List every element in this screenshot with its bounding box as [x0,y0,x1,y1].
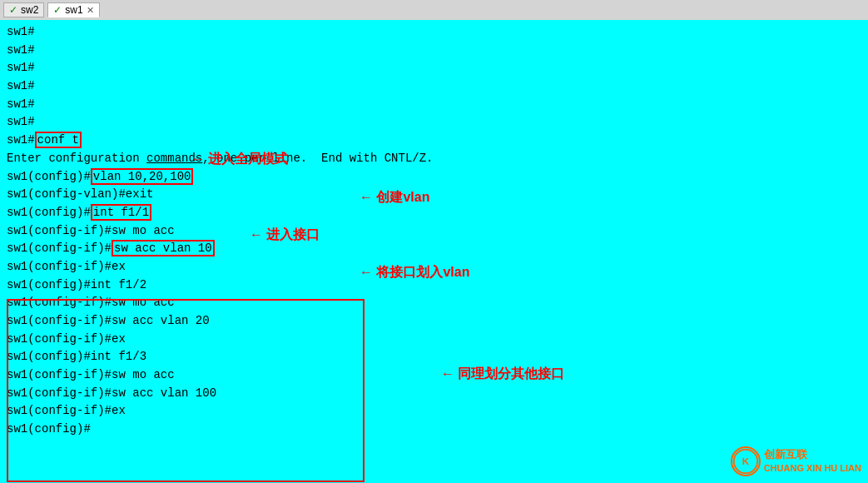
annotation-other-ports: ← 同理划分其他接口 [441,366,564,383]
tab-sw2[interactable]: ✓ sw2 [3,2,44,17]
close-icon-sw1[interactable]: ✕ [87,5,94,16]
line-23: sw1(config)# [7,421,861,439]
line-18: sw1(config-if)#ex [7,331,861,349]
tab-sw1[interactable]: ✓ sw1 ✕ [47,2,99,17]
annotation-assign-vlan: ← 将接口划入vlan [360,264,469,281]
watermark-text: 创新互联 CHUANG XIN HU LIAN [764,448,861,474]
line-12: sw1(config-if)#sw mo acc [7,222,861,241]
tab-sw1-label: sw1 [65,4,82,16]
line-5: sw1# [7,96,861,114]
annotation-global-mode: ← 进入全局模式 [191,151,288,168]
line-13: sw1(config-if)#sw acc vlan 10 [7,240,861,258]
annotation-enter-interface-text: ← 进入接口 [250,227,320,244]
line-22: sw1(config-if)#ex [7,402,861,421]
line-7: sw1#conf t [7,132,861,150]
annotation-create-vlan-text: ← 创建vlan [360,189,429,207]
line-4: sw1# [7,77,861,96]
check-icon-sw2: ✓ [9,4,17,16]
annotation-other-ports-text: ← 同理划分其他接口 [441,366,564,383]
line-6: sw1# [7,113,861,132]
line-17: sw1(config-if)#sw acc vlan 20 [7,312,861,331]
line-2: sw1# [7,42,861,60]
vlan-highlight: vlan 10,20,100 [91,168,194,185]
line-16: sw1(config-if)#sw mo acc [7,294,861,312]
line-1: sw1# [7,23,861,42]
tab-sw2-label: sw2 [21,4,38,16]
svg-text:K: K [742,456,749,466]
line-11: sw1(config)#int f1/1 [7,204,861,222]
sw-acc-vlan10-highlight: sw acc vlan 10 [112,240,215,256]
int-f1-highlight: int f1/1 [91,204,151,221]
line-21: sw1(config-if)#sw acc vlan 100 [7,385,861,403]
conf-t-highlight: conf t [35,132,82,148]
watermark: K 创新互联 CHUANG XIN HU LIAN [731,446,861,476]
terminal: sw1# sw1# sw1# sw1# sw1# sw1# sw1#conf t… [0,20,868,483]
line-8: Enter configuration commands, one per li… [7,150,861,168]
annotation-create-vlan: ← 创建vlan [360,189,429,207]
annotation-enter-interface: ← 进入接口 [250,227,320,244]
watermark-line2: CHUANG XIN HU LIAN [764,462,861,474]
line-3: sw1# [7,59,861,77]
line-10: sw1(config-vlan)#exit [7,186,861,204]
line-20: sw1(config-if)#sw mo acc [7,366,861,385]
annotation-assign-vlan-text: ← 将接口划入vlan [360,264,469,281]
tab-bar: ✓ sw2 ✓ sw1 ✕ [0,0,868,20]
annotation-global-mode-text: ← 进入全局模式 [191,151,288,168]
watermark-line1: 创新互联 [764,448,861,462]
check-icon-sw1: ✓ [53,4,62,16]
watermark-logo: K [731,446,761,476]
line-19: sw1(config)#int f1/3 [7,348,861,366]
line-9: sw1(config)#vlan 10,20,100 [7,168,861,187]
